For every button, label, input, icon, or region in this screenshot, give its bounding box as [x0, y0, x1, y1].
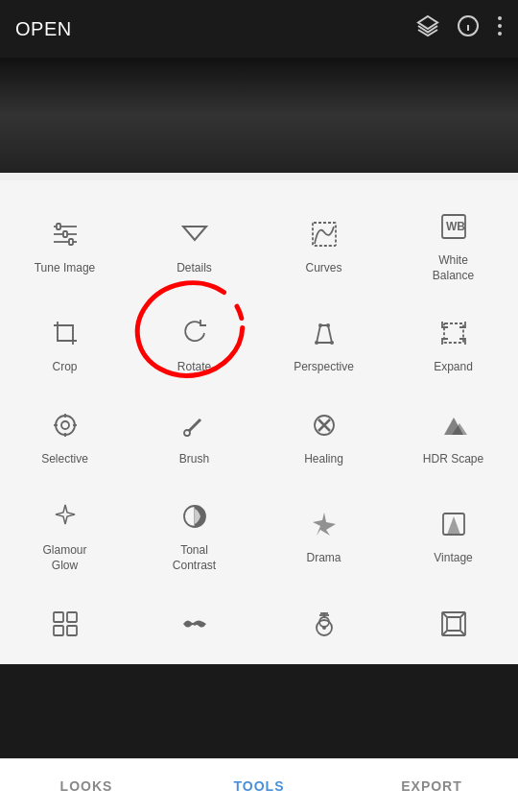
hdr-scape-icon	[435, 406, 473, 444]
glamour-glow-icon	[46, 497, 84, 536]
curves-icon	[305, 215, 343, 253]
svg-line-33	[189, 419, 200, 431]
svg-point-28	[61, 421, 69, 429]
details-icon	[176, 215, 214, 253]
svg-point-52	[322, 626, 326, 630]
tonal-contrast-icon	[176, 497, 214, 536]
selective-icon	[46, 406, 84, 444]
expand-label: Expand	[434, 360, 473, 375]
svg-marker-42	[447, 516, 460, 535]
more-icon[interactable]	[497, 14, 503, 43]
svg-marker-38	[56, 505, 75, 524]
svg-rect-14	[63, 231, 67, 237]
tool-tonal-contrast[interactable]: TonalContrast	[130, 480, 259, 586]
perspective-label: Perspective	[294, 360, 354, 375]
perspective-icon	[305, 314, 343, 352]
svg-rect-26	[444, 323, 463, 343]
expand-icon	[435, 314, 473, 352]
tool-brush[interactable]: Brush	[130, 389, 259, 481]
svg-point-24	[315, 341, 318, 345]
curves-label: Curves	[305, 261, 341, 276]
tool-photo-frame[interactable]	[388, 587, 518, 664]
image-preview	[0, 58, 518, 173]
nav-looks[interactable]: LOOKS	[0, 759, 173, 812]
healing-label: Healing	[304, 452, 343, 467]
details-label: Details	[177, 261, 212, 276]
svg-rect-46	[67, 626, 77, 635]
tool-vintage[interactable]: Vintage	[388, 480, 518, 586]
drama-icon	[305, 505, 343, 543]
drama-label: Drama	[306, 551, 341, 566]
svg-rect-45	[54, 626, 63, 635]
tool-rotate[interactable]: Rotate	[130, 297, 259, 389]
tool-healing[interactable]: Healing	[259, 389, 388, 481]
nav-export[interactable]: EXPORT	[345, 759, 518, 812]
tune-image-icon	[46, 215, 84, 253]
tool-hdr-scape[interactable]: HDR Scape	[388, 389, 518, 481]
tools-grid: Tune Image Details Curves	[0, 190, 518, 664]
svg-rect-54	[447, 617, 460, 631]
svg-rect-15	[69, 239, 73, 245]
tool-drama[interactable]: Drama	[259, 480, 388, 586]
top-bar: OPEN	[0, 0, 518, 58]
tool-mustache[interactable]	[130, 587, 259, 664]
svg-rect-44	[67, 612, 77, 622]
svg-point-25	[330, 341, 334, 345]
rotate-icon	[176, 314, 214, 352]
tonal-contrast-label: TonalContrast	[173, 543, 216, 573]
info-icon[interactable]	[457, 14, 480, 43]
tool-glamour-glow[interactable]: GlamourGlow	[0, 480, 130, 586]
white-balance-icon: WB	[435, 207, 473, 246]
tool-expand[interactable]: Expand	[388, 297, 518, 389]
svg-rect-13	[57, 224, 60, 229]
hdr-scape-label: HDR Scape	[423, 452, 483, 467]
svg-rect-43	[54, 612, 63, 622]
tool-curves[interactable]: Curves	[259, 190, 388, 297]
crop-label: Crop	[52, 360, 77, 375]
nav-export-label: EXPORT	[401, 778, 462, 794]
svg-point-4	[498, 16, 502, 20]
tool-tune-image[interactable]: Tune Image	[0, 190, 130, 297]
tool-white-balance[interactable]: WB WhiteBalance	[388, 190, 518, 297]
photo-frame-icon	[435, 605, 473, 643]
svg-point-27	[56, 416, 75, 435]
svg-text:WB: WB	[446, 220, 465, 233]
tool-selective[interactable]: Selective	[0, 389, 130, 481]
white-balance-label: WhiteBalance	[433, 253, 474, 283]
vintage-icon	[435, 505, 473, 543]
nav-looks-label: LOOKS	[60, 778, 113, 794]
svg-point-6	[498, 32, 502, 36]
tool-perspective[interactable]: Perspective	[259, 297, 388, 389]
grid1-icon	[46, 605, 84, 643]
svg-point-34	[184, 430, 190, 436]
brush-icon	[176, 406, 214, 444]
layers-icon[interactable]	[416, 14, 439, 43]
svg-rect-20	[58, 325, 73, 341]
nav-tools-label: TOOLS	[234, 778, 285, 794]
svg-rect-17	[313, 223, 336, 246]
vintage-label: Vintage	[434, 551, 472, 566]
image-preview-content	[0, 58, 518, 173]
brush-label: Brush	[179, 452, 209, 467]
tool-details[interactable]: Details	[130, 190, 259, 297]
separator	[0, 173, 518, 180]
nav-tools[interactable]: TOOLS	[173, 759, 345, 812]
svg-point-48	[319, 617, 329, 627]
guitar-icon	[305, 605, 343, 643]
tool-crop[interactable]: Crop	[0, 297, 130, 389]
svg-point-22	[318, 323, 322, 327]
tool-grid1[interactable]	[0, 587, 130, 664]
healing-icon	[305, 406, 343, 444]
tune-image-label: Tune Image	[35, 261, 96, 276]
crop-icon	[46, 314, 84, 352]
tool-guitar[interactable]	[259, 587, 388, 664]
app-title: OPEN	[15, 18, 72, 40]
svg-marker-21	[317, 325, 332, 343]
svg-point-23	[326, 323, 330, 327]
mustache-icon	[176, 605, 214, 643]
glamour-glow-label: GlamourGlow	[42, 543, 86, 573]
tools-area: Tune Image Details Curves	[0, 180, 518, 664]
selective-label: Selective	[41, 452, 88, 467]
svg-marker-16	[183, 227, 206, 240]
top-bar-actions	[416, 14, 503, 43]
